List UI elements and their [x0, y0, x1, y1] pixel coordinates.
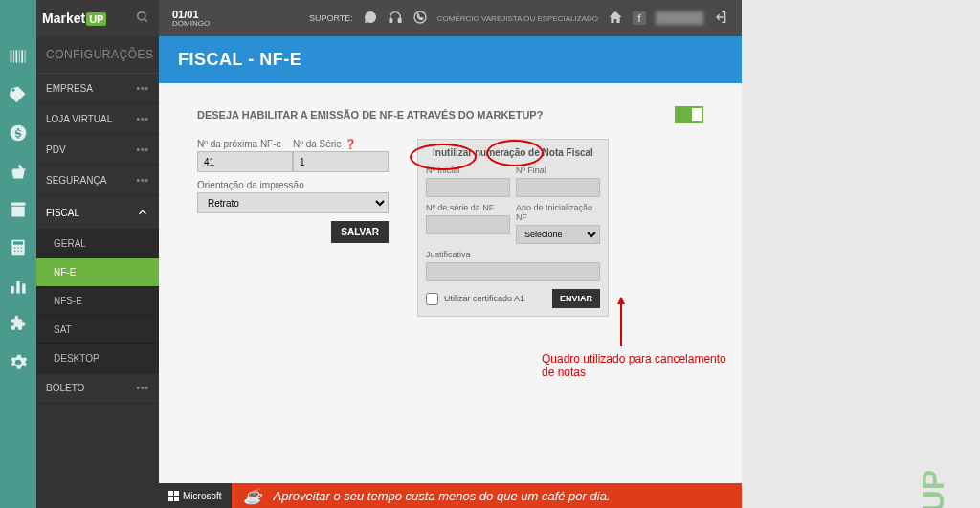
topbar: 01/01 DOMINGO SUPORTE: COMÉRCIO VAREJIST… — [159, 0, 742, 36]
microsoft-logo: Microsoft — [159, 483, 232, 508]
annotation-arrow — [620, 302, 622, 346]
nav-empresa[interactable]: EMPRESA••• — [36, 74, 159, 104]
proxima-nfe-label: Nº da próxima NF-e — [197, 139, 293, 149]
chat-icon[interactable] — [363, 10, 378, 27]
n-serie-input[interactable] — [426, 215, 510, 234]
svg-point-12 — [17, 251, 19, 253]
chart-icon[interactable] — [8, 276, 29, 297]
facebook-icon[interactable]: f — [633, 11, 646, 25]
config-header: CONFIGURAÇÕES — [36, 36, 159, 74]
help-icon[interactable]: ❓ — [345, 139, 356, 149]
barcode-icon[interactable] — [8, 46, 29, 67]
n-final-input[interactable] — [516, 178, 600, 197]
sub-geral[interactable]: GERAL — [36, 230, 159, 258]
search-icon[interactable] — [136, 11, 149, 26]
sub-nfe[interactable]: NF-E — [36, 258, 159, 287]
tag-icon[interactable] — [8, 84, 29, 105]
svg-point-8 — [14, 247, 16, 249]
svg-point-17 — [138, 12, 145, 20]
calculator-icon[interactable] — [8, 237, 29, 258]
svg-line-18 — [145, 19, 147, 22]
sub-nfse[interactable]: NFS-E — [36, 287, 159, 316]
main: 01/01 DOMINGO SUPORTE: COMÉRCIO VAREJIST… — [159, 0, 742, 508]
money-icon[interactable] — [8, 122, 29, 144]
n-inicial-input[interactable] — [426, 178, 510, 197]
orientacao-select[interactable]: Retrato — [197, 192, 389, 213]
sidebar: MarketUP CONFIGURAÇÕES EMPRESA••• LOJA V… — [36, 0, 159, 508]
nav-pdv[interactable]: PDV••• — [36, 135, 159, 166]
watermark: MarketUP — [916, 470, 951, 508]
svg-point-11 — [14, 251, 16, 253]
nav-boleto[interactable]: BOLETO••• — [36, 373, 159, 404]
user-blur — [656, 11, 703, 25]
svg-rect-3 — [19, 50, 20, 62]
nav-seguranca[interactable]: SEGURANÇA••• — [36, 166, 159, 196]
orientacao-label: Orientação da impressão — [197, 180, 389, 190]
logo: MarketUP — [42, 11, 106, 26]
ano-select[interactable]: Selecione — [516, 225, 600, 244]
logout-icon[interactable] — [713, 10, 728, 27]
save-button[interactable]: SALVAR — [331, 221, 389, 243]
proxima-nfe-input[interactable] — [197, 151, 293, 172]
send-button[interactable]: ENVIAR — [552, 289, 600, 308]
svg-point-9 — [17, 247, 19, 249]
svg-rect-15 — [16, 281, 19, 294]
svg-rect-5 — [25, 50, 26, 62]
justificativa-input[interactable] — [426, 262, 600, 281]
svg-point-13 — [21, 251, 23, 253]
svg-rect-19 — [390, 18, 392, 22]
coffee-icon: ☕ — [243, 487, 262, 505]
sub-desktop[interactable]: DESKTOP — [36, 344, 159, 373]
page-title: FISCAL - NF-E — [159, 36, 742, 83]
annotation-text: Quadro utilizado para cancelamento de no… — [542, 352, 742, 379]
support-label: SUPORTE: — [309, 13, 353, 23]
archive-icon[interactable] — [8, 199, 29, 220]
svg-rect-16 — [22, 284, 25, 294]
sub-sat[interactable]: SAT — [36, 316, 159, 344]
nav-fiscal[interactable]: FISCAL — [36, 196, 159, 230]
nav-loja[interactable]: LOJA VIRTUAL••• — [36, 104, 159, 135]
svg-rect-1 — [13, 50, 14, 62]
svg-rect-2 — [16, 50, 18, 62]
svg-point-21 — [414, 11, 426, 23]
serie-input[interactable] — [293, 151, 389, 172]
svg-rect-0 — [11, 50, 12, 62]
date: 01/01 DOMINGO — [172, 9, 210, 29]
whatsapp-icon[interactable] — [412, 10, 428, 27]
serie-label: Nº da Série ❓ — [293, 139, 389, 149]
svg-point-10 — [21, 247, 23, 249]
svg-rect-4 — [21, 50, 23, 62]
home-icon[interactable] — [608, 10, 623, 27]
basket-icon[interactable] — [8, 161, 29, 182]
company-type: COMÉRCIO VAREJISTA OU ESPECIALIZADO — [437, 14, 598, 23]
iconbar — [0, 0, 36, 508]
cert-checkbox[interactable] — [426, 293, 438, 305]
chevron-up-icon — [136, 206, 149, 219]
headset-icon[interactable] — [388, 10, 403, 27]
svg-rect-14 — [11, 286, 14, 294]
svg-rect-7 — [13, 241, 23, 244]
logo-row: MarketUP — [36, 0, 159, 36]
svg-rect-20 — [398, 18, 401, 22]
footer-ad[interactable]: Microsoft ☕ Aproveitar o seu tempo custa… — [159, 483, 742, 508]
enable-toggle[interactable] — [675, 106, 703, 123]
enable-question: DESEJA HABILITAR A EMISSÃO DE NF-E ATRAV… — [197, 106, 703, 123]
inutilizar-panel: Inutilizar numeração de Nota Fiscal Nº I… — [417, 139, 609, 317]
panel-title: Inutilizar numeração de Nota Fiscal — [426, 147, 600, 158]
puzzle-icon[interactable] — [8, 314, 29, 335]
gear-icon[interactable] — [8, 352, 29, 373]
